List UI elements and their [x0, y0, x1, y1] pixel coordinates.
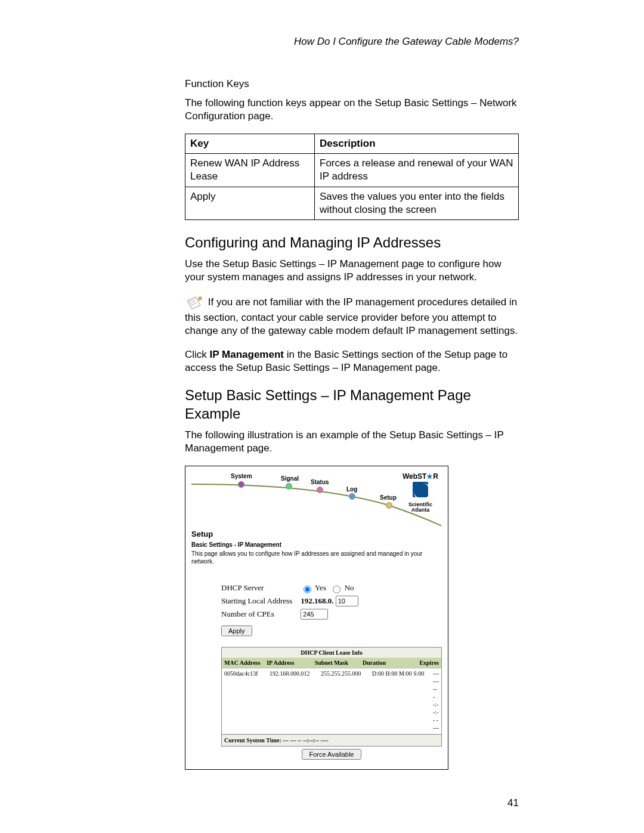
cell-desc: Forces a release and renewal of your WAN… [315, 154, 519, 187]
table-row: Apply Saves the values you enter into th… [185, 187, 519, 219]
configuring-ip-heading: Configuring and Managing IP Addresses [185, 233, 519, 252]
sa-logo-icon [413, 482, 428, 497]
nav-signal[interactable]: Signal [281, 475, 299, 482]
force-available-button[interactable]: Force Available [302, 749, 361, 760]
nav-dot-status-icon[interactable] [317, 487, 323, 493]
note-paragraph: If you are not familiar with the IP mana… [185, 295, 519, 337]
brand-logo: WebST★R Scientific Atlanta [402, 472, 438, 513]
nav-dot-setup-icon[interactable] [386, 502, 392, 509]
cell-key: Apply [185, 187, 315, 219]
function-keys-table: Key Description Renew WAN IP Address Lea… [185, 134, 519, 219]
nav-dot-signal-icon[interactable] [286, 483, 292, 490]
nav-area: System Signal Status Log Setup WebST★R S… [191, 472, 442, 526]
page-example-intro: The following illustration is an example… [185, 429, 519, 455]
lease-row: 0050dac4c13f 192.168.000.012 255.255.255… [222, 668, 441, 733]
lease-header-row: MAC Address IP Address Subnet Mask Durat… [222, 658, 441, 668]
table-header-desc: Description [315, 134, 519, 154]
dhcp-server-label: DHCP Server [221, 583, 299, 593]
nav-setup[interactable]: Setup [380, 494, 397, 501]
nav-system[interactable]: System [231, 472, 252, 480]
cell-desc: Saves the values you enter into the fiel… [315, 187, 519, 219]
screenshot-setup-desc: This page allows you to configure how IP… [191, 550, 442, 565]
table-row: Renew WAN IP Address Lease Forces a rele… [185, 154, 519, 187]
lease-title: DHCP Client Lease Info [222, 648, 441, 658]
system-time: Current System Time: --- --- -- --:--:--… [222, 734, 441, 746]
function-keys-heading: Function Keys [185, 78, 519, 91]
dhcp-no-radio[interactable] [333, 586, 340, 593]
function-keys-intro: The following function keys appear on th… [185, 97, 519, 123]
screenshot-setup-heading: Setup [191, 529, 442, 540]
webstar-logo: WebST★R [402, 472, 438, 482]
note-icon [185, 295, 205, 311]
page-example-heading: Setup Basic Settings – IP Management Pag… [185, 386, 519, 423]
start-address-input[interactable] [336, 596, 358, 606]
note-text: If you are not familiar with the IP mana… [185, 297, 518, 337]
page-header-question: How Do I Configure the Gateway Cable Mod… [0, 36, 519, 48]
nav-status[interactable]: Status [311, 478, 329, 486]
cpe-input[interactable] [301, 609, 328, 620]
cell-key: Renew WAN IP Address Lease [185, 154, 315, 187]
ip-management-screenshot: System Signal Status Log Setup WebST★R S… [185, 466, 448, 770]
apply-button[interactable]: Apply [221, 625, 252, 636]
lease-info-box: DHCP Client Lease Info MAC Address IP Ad… [221, 647, 442, 747]
nav-log[interactable]: Log [346, 485, 357, 493]
page-number: 41 [507, 797, 519, 809]
start-address-label: Starting Local Address [221, 596, 299, 606]
nav-dot-log-icon[interactable] [349, 493, 355, 500]
cpe-label: Number of CPEs [221, 609, 299, 620]
nav-dot-system-icon[interactable] [238, 481, 244, 488]
form-area: DHCP Server Yes No Starting Local Addres… [221, 583, 442, 762]
dhcp-yes-radio[interactable] [304, 586, 311, 593]
click-ip-management: Click IP Management in the Basic Setting… [185, 348, 519, 374]
screenshot-setup-sub: Basic Settings - IP Management [191, 541, 442, 549]
configuring-ip-p1: Use the Setup Basic Settings – IP Manage… [185, 258, 519, 284]
table-header-key: Key [185, 134, 315, 154]
